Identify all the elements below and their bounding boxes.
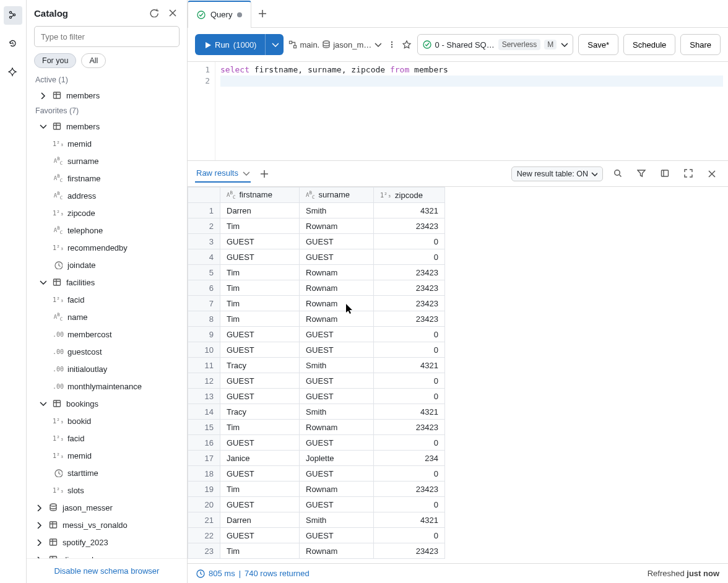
table-row[interactable]: 1DarrenSmith4321 <box>188 203 445 218</box>
table-row[interactable]: 12GUESTGUEST0 <box>188 373 445 389</box>
results-table-wrap[interactable]: ABCfirstnameABCsurname1²₃zipcode1DarrenS… <box>188 187 728 563</box>
table-row[interactable]: 20GUESTGUEST0 <box>188 497 445 512</box>
rail-history-icon[interactable] <box>4 35 22 53</box>
context-selector[interactable]: main. jason_m… <box>288 40 381 50</box>
rail-catalog-icon[interactable] <box>4 6 22 25</box>
pill-all[interactable]: All <box>81 53 106 68</box>
tree-col-monthlymaintenance[interactable]: .00monthlymaintenance <box>30 378 183 395</box>
table-row[interactable]: 7TimRownam23423 <box>188 296 445 311</box>
unsaved-dot-icon <box>237 12 242 17</box>
db-icon <box>322 40 331 49</box>
pill-for-you[interactable]: For you <box>34 53 76 68</box>
tree-col-memid[interactable]: 1²₃memid <box>30 135 183 152</box>
table-row[interactable]: 23TimRownam23423 <box>188 543 445 559</box>
add-tab-icon[interactable] <box>251 9 274 18</box>
new-result-toggle[interactable]: New result table: ON <box>511 166 603 181</box>
status-bar: 805 ms | 740 rows returned Refreshed jus… <box>188 563 728 583</box>
col-surname[interactable]: ABCsurname <box>300 188 374 203</box>
tree-item-diamonds[interactable]: diamonds <box>30 551 183 558</box>
tree-col-initialoutlay[interactable]: .00initialoutlay <box>30 360 183 378</box>
cluster-selector[interactable]: 0 - Shared SQ… Serverless M <box>417 34 574 55</box>
tree-item-members[interactable]: members <box>30 87 183 104</box>
tree-col-recommendedby[interactable]: 1²₃recommendedby <box>30 239 183 256</box>
table-row[interactable]: 3GUESTGUEST0 <box>188 234 445 249</box>
filter-input[interactable] <box>34 26 180 47</box>
table-row[interactable]: 19TimRownam23423 <box>188 482 445 497</box>
expand-icon[interactable] <box>680 165 697 183</box>
table-row[interactable]: 11TracySmith4321 <box>188 358 445 373</box>
table-row[interactable]: 4GUESTGUEST0 <box>188 249 445 265</box>
table-row[interactable]: 10GUESTGUEST0 <box>188 342 445 358</box>
table-row[interactable]: 17JaniceJoplette234 <box>188 451 445 466</box>
close-results-icon[interactable] <box>703 165 721 183</box>
tree-col-membercost[interactable]: .00membercost <box>30 326 183 343</box>
chevron-down-icon <box>560 41 568 48</box>
table-row[interactable]: 21DarrenSmith4321 <box>188 512 445 528</box>
nav-rail <box>0 0 27 583</box>
tree-col-starttime[interactable]: starttime <box>30 464 183 482</box>
save-button[interactable]: Save* <box>578 34 618 55</box>
tree-col-joindate[interactable]: joindate <box>30 256 183 274</box>
clock-icon <box>196 569 205 578</box>
run-button[interactable]: Run (1000) <box>195 34 265 55</box>
star-icon[interactable] <box>402 36 412 53</box>
tree-col-facid[interactable]: 1²₃facid <box>30 291 183 308</box>
run-dropdown-button[interactable] <box>265 34 284 55</box>
run-count: (1000) <box>233 40 257 50</box>
table-row[interactable]: 18GUESTGUEST0 <box>188 466 445 482</box>
results-tab-label: Raw results <box>196 168 238 178</box>
tree-item-messi_vs_ronaldo[interactable]: messi_vs_ronaldo <box>30 516 183 533</box>
tree-col-memid[interactable]: 1²₃memid <box>30 447 183 464</box>
tree-col-telephone[interactable]: ABCtelephone <box>30 222 183 239</box>
col-firstname[interactable]: ABCfirstname <box>220 188 300 203</box>
share-button[interactable]: Share <box>680 34 721 55</box>
tab-query[interactable]: Query <box>188 1 251 28</box>
table-row[interactable]: 8TimRownam23423 <box>188 311 445 327</box>
filter-results-icon[interactable] <box>633 165 650 183</box>
sql-editor[interactable]: 12 select firstname, surname, zipcode fr… <box>188 62 728 161</box>
close-sidebar-icon[interactable] <box>166 6 180 20</box>
table-row[interactable]: 14TracySmith4321 <box>188 404 445 420</box>
check-circle-icon <box>423 40 431 49</box>
kebab-icon[interactable] <box>386 36 397 53</box>
schedule-button[interactable]: Schedule <box>623 34 675 55</box>
refresh-icon[interactable] <box>147 6 161 20</box>
col-rownum[interactable] <box>188 188 220 203</box>
tree-col-zipcode[interactable]: 1²₃zipcode <box>30 204 183 222</box>
add-results-tab-icon[interactable] <box>257 170 272 178</box>
chevron-down-icon <box>242 170 249 177</box>
tree-col-firstname[interactable]: ABCfirstname <box>30 170 183 187</box>
tree-item-facilities[interactable]: facilities <box>30 274 183 291</box>
editor-code[interactable]: select firstname, surname, zipcode from … <box>215 62 728 160</box>
tree-item-spotify_2023[interactable]: spotify_2023 <box>30 533 183 551</box>
chevron-down-icon <box>591 170 597 177</box>
tree-col-bookid[interactable]: 1²₃bookid <box>30 412 183 430</box>
table-row[interactable]: 15TimRownam23423 <box>188 420 445 435</box>
col-zipcode[interactable]: 1²₃zipcode <box>374 188 445 203</box>
tree-col-surname[interactable]: ABCsurname <box>30 152 183 170</box>
disable-schema-browser-link[interactable]: Disable new schema browser <box>54 566 160 576</box>
search-results-icon[interactable] <box>609 165 626 183</box>
tree-col-name[interactable]: ABCname <box>30 308 183 326</box>
table-row[interactable]: 22GUESTGUEST0 <box>188 528 445 543</box>
table-row[interactable]: 13GUESTGUEST0 <box>188 389 445 404</box>
tree-item-bookings[interactable]: bookings <box>30 395 183 412</box>
table-row[interactable]: 2TimRownam23423 <box>188 218 445 234</box>
editor-toolbar: Run (1000) main. jason_m… 0 - Shared SQ…… <box>188 28 728 62</box>
results-tab-raw[interactable]: Raw results <box>195 165 251 183</box>
rail-assistant-icon[interactable] <box>4 63 22 82</box>
tree-col-facid[interactable]: 1²₃facid <box>30 430 183 447</box>
tree-col-address[interactable]: ABCaddress <box>30 187 183 204</box>
panel-icon[interactable] <box>656 165 674 183</box>
tree-col-slots[interactable]: 1²₃slots <box>30 482 183 499</box>
tree-item-members[interactable]: members <box>30 118 183 135</box>
table-row[interactable]: 16GUESTGUEST0 <box>188 435 445 451</box>
ctx-schema: main. <box>300 40 319 50</box>
table-row[interactable]: 5TimRownam23423 <box>188 265 445 280</box>
tree-item-jason_messer[interactable]: jason_messer <box>30 499 183 516</box>
catalog-tree: Active (1)membersFavorites (7)members1²₃… <box>27 73 187 558</box>
table-row[interactable]: 9GUESTGUEST0 <box>188 327 445 342</box>
table-row[interactable]: 6TimRownam23423 <box>188 280 445 296</box>
tree-col-guestcost[interactable]: .00guestcost <box>30 343 183 360</box>
ctx-db: jason_m… <box>333 40 371 50</box>
